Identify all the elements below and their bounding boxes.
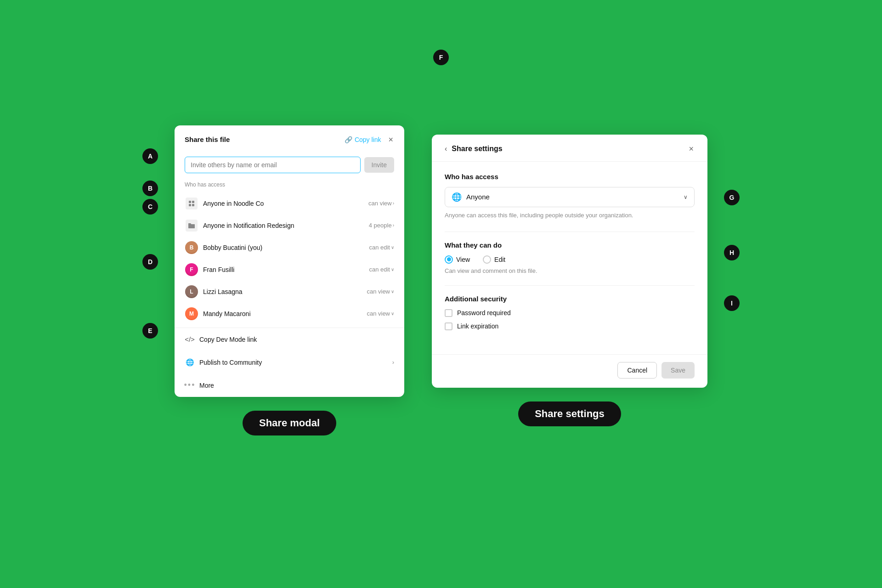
- avatar-lizzi: L: [185, 285, 198, 299]
- fran-name: Fran Fusilli: [203, 266, 364, 273]
- expiration-checkbox[interactable]: [445, 322, 452, 330]
- list-item[interactable]: Anyone in Notification Redesign 4 people…: [185, 215, 394, 237]
- fran-permission: can edit ∨: [369, 266, 394, 273]
- page-container: F A B C D E Share this file 🔗 Copy link: [0, 0, 882, 588]
- divider-1: [445, 232, 695, 232]
- radio-view[interactable]: View: [445, 255, 470, 264]
- password-checkbox-item[interactable]: Password required: [445, 309, 695, 317]
- who-has-access-title: Who has access: [445, 173, 695, 181]
- cancel-button[interactable]: Cancel: [617, 362, 657, 379]
- annotation-h: H: [724, 245, 740, 260]
- access-dropdown[interactable]: 🌐 Anyone ∨: [445, 187, 695, 207]
- code-icon: </>: [185, 334, 195, 345]
- settings-who-has-access: Who has access 🌐 Anyone ∨ Anyone can acc…: [445, 173, 695, 219]
- org-icon-noodle: [185, 197, 198, 210]
- notif-redesign-permission: 4 people ›: [369, 222, 394, 229]
- radio-edit[interactable]: Edit: [483, 255, 505, 264]
- settings-header-left: ‹ Share settings: [445, 145, 503, 153]
- settings-close-button[interactable]: ×: [688, 144, 695, 154]
- access-description: Anyone can access this file, including p…: [445, 212, 695, 219]
- share-modal-header: Share this file 🔗 Copy link ×: [175, 125, 404, 151]
- avatar-bobby: B: [185, 241, 198, 254]
- settings-header: ‹ Share settings ×: [432, 135, 707, 162]
- back-button[interactable]: ‹: [445, 145, 447, 153]
- annotation-e: E: [142, 323, 158, 339]
- noodle-co-permission: can view ›: [368, 200, 394, 207]
- settings-body: Who has access 🌐 Anyone ∨ Anyone can acc…: [432, 162, 707, 354]
- radio-view-circle: [445, 255, 453, 264]
- invite-button[interactable]: Invite: [364, 157, 394, 173]
- annotation-c: C: [142, 199, 158, 215]
- share-modal-close-button[interactable]: ×: [387, 135, 394, 145]
- dots-icon: •••: [185, 380, 195, 390]
- list-item[interactable]: Anyone in Noodle Co can view ›: [185, 192, 394, 215]
- bobby-name: Bobby Bucatini (you): [203, 244, 364, 251]
- header-actions: 🔗 Copy link ×: [345, 135, 394, 145]
- copy-link-button[interactable]: 🔗 Copy link: [345, 136, 381, 143]
- share-settings-label-wrapper: Share settings: [432, 401, 707, 426]
- expiration-label: Link expiration: [457, 322, 498, 330]
- access-section: Who has access Anyone in Noodle Co can v…: [175, 179, 404, 325]
- lizzi-permission: can view ∨: [367, 288, 394, 295]
- share-modal-label: Share modal: [243, 411, 336, 435]
- password-checkbox[interactable]: [445, 309, 452, 317]
- avatar-fran: F: [185, 263, 198, 277]
- view-description: Can view and comment on this file.: [445, 267, 695, 274]
- radio-edit-circle: [483, 255, 491, 264]
- bobby-permission: can edit ∨: [369, 244, 394, 251]
- globe-icon: 🌐: [185, 357, 195, 368]
- avatar-mandy: M: [185, 307, 198, 321]
- radio-edit-label: Edit: [494, 256, 505, 263]
- access-list: Anyone in Noodle Co can view › Anyone in…: [185, 192, 394, 325]
- copy-dev-label: Copy Dev Mode link: [199, 336, 257, 343]
- dropdown-chevron-icon: ∨: [684, 194, 688, 200]
- settings-footer: Cancel Save: [432, 354, 707, 388]
- invite-area: Invite: [175, 151, 404, 179]
- password-label: Password required: [457, 309, 511, 317]
- annotation-a: A: [142, 148, 158, 164]
- list-item[interactable]: F Fran Fusilli can edit ∨: [185, 259, 394, 281]
- link-icon: 🔗: [345, 136, 352, 143]
- dropdown-anyone-label: Anyone: [466, 193, 490, 201]
- share-settings-wrapper: G H I ‹ Share settings × Who has access: [432, 135, 707, 426]
- radio-view-label: View: [456, 256, 470, 263]
- share-settings-modal: ‹ Share settings × Who has access 🌐 Anyo…: [432, 135, 707, 388]
- lizzi-name: Lizzi Lasagna: [203, 288, 362, 295]
- annotation-f: F: [433, 50, 449, 65]
- more-label: More: [199, 382, 214, 389]
- publish-community-item[interactable]: 🌐 Publish to Community ›: [175, 351, 404, 374]
- bottom-actions: </> Copy Dev Mode link 🌐 Publish to Comm…: [175, 328, 404, 397]
- annotation-i: I: [724, 295, 740, 311]
- invite-input[interactable]: [185, 157, 361, 173]
- annotation-g: G: [724, 190, 740, 205]
- list-item[interactable]: L Lizzi Lasagna can view ∨: [185, 281, 394, 303]
- additional-security-title: Additional security: [445, 295, 695, 303]
- svg-rect-0: [189, 201, 191, 203]
- folder-icon-notif: [185, 219, 198, 232]
- svg-rect-3: [192, 204, 194, 206]
- what-they-can-do-title: What they can do: [445, 241, 695, 249]
- share-modal: Share this file 🔗 Copy link × Invite Who…: [175, 125, 404, 397]
- publish-label: Publish to Community: [199, 359, 262, 366]
- list-item[interactable]: M Mandy Macaroni can view ∨: [185, 303, 394, 325]
- additional-security-section: Additional security Password required Li…: [445, 295, 695, 330]
- back-icon: ‹: [445, 145, 447, 153]
- annotation-d: D: [142, 254, 158, 270]
- share-settings-label: Share settings: [518, 401, 621, 426]
- radio-group: View Edit: [445, 255, 695, 264]
- publish-chevron: ›: [392, 359, 394, 366]
- divider-2: [445, 285, 695, 286]
- more-item[interactable]: ••• More: [175, 374, 404, 397]
- share-modal-wrapper: A B C D E Share this file 🔗 Copy link ×: [175, 125, 404, 435]
- annotation-b: B: [142, 181, 158, 196]
- mandy-name: Mandy Macaroni: [203, 310, 362, 317]
- notif-redesign-name: Anyone in Notification Redesign: [203, 222, 364, 229]
- settings-title: Share settings: [452, 145, 502, 153]
- share-modal-title: Share this file: [185, 136, 230, 143]
- list-item[interactable]: B Bobby Bucatini (you) can edit ∨: [185, 237, 394, 259]
- svg-rect-2: [189, 204, 191, 206]
- copy-dev-mode-item[interactable]: </> Copy Dev Mode link: [175, 328, 404, 351]
- expiration-checkbox-item[interactable]: Link expiration: [445, 322, 695, 330]
- noodle-co-name: Anyone in Noodle Co: [203, 200, 364, 207]
- save-button[interactable]: Save: [662, 362, 695, 379]
